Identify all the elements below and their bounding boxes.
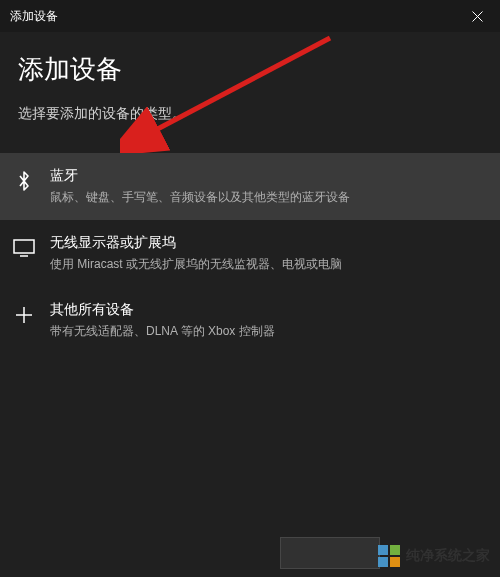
svg-rect-9: [390, 557, 400, 567]
option-text: 蓝牙 鼠标、键盘、手写笔、音频设备以及其他类型的蓝牙设备: [50, 167, 488, 206]
plus-icon: [12, 303, 36, 327]
close-icon: [472, 11, 483, 22]
option-desc: 使用 Miracast 或无线扩展坞的无线监视器、电视或电脑: [50, 256, 488, 273]
option-text: 其他所有设备 带有无线适配器、DLNA 等的 Xbox 控制器: [50, 301, 488, 340]
close-button[interactable]: [454, 0, 500, 32]
option-title: 蓝牙: [50, 167, 488, 185]
option-title: 无线显示器或扩展坞: [50, 234, 488, 252]
cancel-button[interactable]: [280, 537, 380, 569]
titlebar: 添加设备: [0, 0, 500, 32]
titlebar-text: 添加设备: [10, 8, 58, 25]
svg-rect-6: [378, 545, 388, 555]
option-text: 无线显示器或扩展坞 使用 Miracast 或无线扩展坞的无线监视器、电视或电脑: [50, 234, 488, 273]
content-area: 添加设备 选择要添加的设备的类型。 蓝牙 鼠标、键盘、手写笔、音频设备以及其他类…: [0, 32, 500, 353]
svg-rect-8: [378, 557, 388, 567]
display-icon: [12, 236, 36, 260]
watermark-text: 纯净系统之家: [406, 547, 490, 565]
option-bluetooth[interactable]: 蓝牙 鼠标、键盘、手写笔、音频设备以及其他类型的蓝牙设备: [0, 153, 500, 220]
option-wireless-display[interactable]: 无线显示器或扩展坞 使用 Miracast 或无线扩展坞的无线监视器、电视或电脑: [0, 220, 500, 287]
option-everything-else[interactable]: 其他所有设备 带有无线适配器、DLNA 等的 Xbox 控制器: [0, 287, 500, 354]
option-desc: 带有无线适配器、DLNA 等的 Xbox 控制器: [50, 323, 488, 340]
option-desc: 鼠标、键盘、手写笔、音频设备以及其他类型的蓝牙设备: [50, 189, 488, 206]
watermark: 纯净系统之家: [378, 545, 490, 567]
svg-rect-7: [390, 545, 400, 555]
option-title: 其他所有设备: [50, 301, 488, 319]
page-subtitle: 选择要添加的设备的类型。: [18, 105, 482, 123]
svg-rect-0: [14, 240, 34, 253]
watermark-logo-icon: [378, 545, 400, 567]
page-title: 添加设备: [18, 52, 482, 87]
bluetooth-icon: [12, 169, 36, 193]
